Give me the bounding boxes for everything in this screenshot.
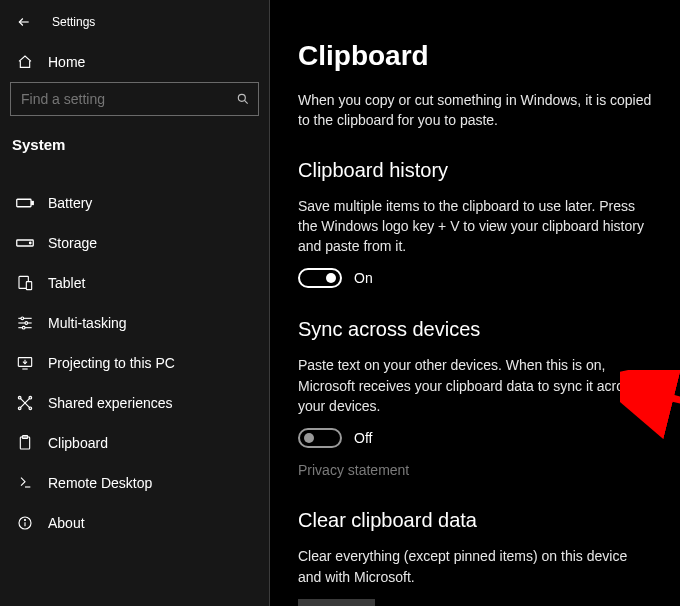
clipboard-icon	[16, 435, 34, 451]
sync-toggle-label: Off	[354, 430, 372, 446]
sidebar-item-multitasking[interactable]: Multi-tasking	[0, 303, 269, 343]
main-content: Clipboard When you copy or cut something…	[270, 0, 680, 606]
history-toggle-label: On	[354, 270, 373, 286]
battery-icon	[16, 197, 34, 209]
section-sync: Sync across devices Paste text on your o…	[298, 318, 652, 479]
clear-button[interactable]: Clear	[298, 599, 375, 606]
home-label: Home	[48, 54, 85, 70]
sync-heading: Sync across devices	[298, 318, 652, 341]
history-toggle[interactable]	[298, 268, 342, 288]
page-title: Clipboard	[298, 40, 652, 72]
sidebar-item-label: Battery	[48, 195, 92, 211]
search-box[interactable]	[10, 82, 259, 116]
sidebar-item-label: Storage	[48, 235, 97, 251]
search-container	[0, 82, 269, 126]
sidebar-item-label: About	[48, 515, 85, 531]
clear-heading: Clear clipboard data	[298, 509, 652, 532]
titlebar: Settings	[0, 10, 269, 42]
tablet-icon	[16, 275, 34, 291]
history-body: Save multiple items to the clipboard to …	[298, 196, 652, 257]
sync-toggle-row: Off	[298, 428, 652, 448]
sidebar-item-about[interactable]: About	[0, 503, 269, 543]
sidebar-item-label: Clipboard	[48, 435, 108, 451]
projecting-icon	[16, 355, 34, 371]
about-icon	[16, 515, 34, 531]
sidebar-item-tablet[interactable]: Tablet	[0, 263, 269, 303]
app-title: Settings	[52, 15, 95, 29]
sidebar-item-label: Projecting to this PC	[48, 355, 175, 371]
sidebar-item-label: Multi-tasking	[48, 315, 127, 331]
history-heading: Clipboard history	[298, 159, 652, 182]
sidebar-item-label: Remote Desktop	[48, 475, 152, 491]
home-icon	[16, 54, 34, 70]
privacy-link[interactable]: Privacy statement	[298, 462, 409, 478]
search-input[interactable]	[21, 91, 224, 107]
sidebar-item-projecting[interactable]: Projecting to this PC	[0, 343, 269, 383]
section-clear: Clear clipboard data Clear everything (e…	[298, 509, 652, 606]
nav-list: Battery Storage Tablet Multi-tasking	[0, 183, 269, 543]
history-toggle-row: On	[298, 268, 652, 288]
svg-rect-8	[26, 282, 31, 290]
svg-rect-4	[32, 202, 34, 205]
shared-icon	[16, 395, 34, 411]
clear-body: Clear everything (except pinned items) o…	[298, 546, 652, 587]
svg-point-1	[238, 94, 245, 101]
sidebar-item-storage[interactable]: Storage	[0, 223, 269, 263]
svg-point-32	[24, 519, 25, 520]
settings-window: Settings Home System Battery	[0, 0, 680, 606]
svg-point-16	[25, 322, 28, 325]
svg-point-15	[21, 317, 24, 320]
svg-rect-3	[17, 199, 31, 207]
section-history: Clipboard history Save multiple items to…	[298, 159, 652, 289]
sidebar-item-remote[interactable]: Remote Desktop	[0, 463, 269, 503]
sidebar-item-label: Tablet	[48, 275, 85, 291]
sync-body: Paste text on your other devices. When t…	[298, 355, 652, 416]
sync-toggle[interactable]	[298, 428, 342, 448]
svg-line-2	[244, 100, 247, 103]
back-button[interactable]	[12, 10, 36, 34]
sidebar-item-label: Shared experiences	[48, 395, 173, 411]
svg-point-6	[30, 242, 32, 244]
multitasking-icon	[16, 315, 34, 331]
svg-point-17	[22, 326, 25, 329]
category-label: System	[0, 126, 269, 173]
sidebar: Settings Home System Battery	[0, 0, 270, 606]
remote-icon	[16, 475, 34, 491]
search-icon	[236, 83, 250, 115]
home-link[interactable]: Home	[0, 42, 269, 82]
sidebar-item-shared[interactable]: Shared experiences	[0, 383, 269, 423]
sidebar-item-clipboard[interactable]: Clipboard	[0, 423, 269, 463]
page-intro: When you copy or cut something in Window…	[298, 90, 652, 131]
sidebar-item-battery[interactable]: Battery	[0, 183, 269, 223]
storage-icon	[16, 237, 34, 249]
